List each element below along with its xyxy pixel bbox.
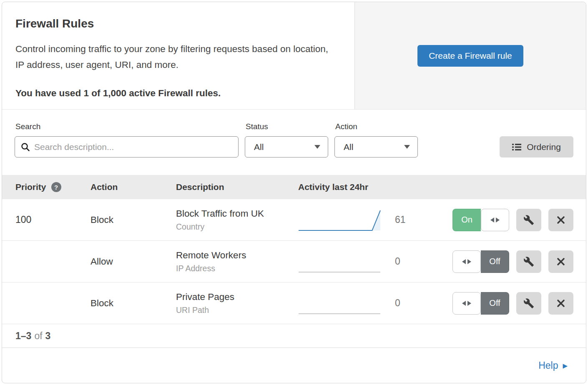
ordering-button-label: Ordering (527, 142, 561, 152)
edit-rule-button[interactable] (516, 292, 541, 315)
search-icon (21, 142, 30, 152)
status-select[interactable]: All (245, 136, 328, 158)
pagination-of: of (34, 330, 42, 342)
toggle-handle-icon (452, 292, 481, 315)
action-select[interactable]: All (334, 136, 418, 158)
header-action-panel: Create a Firewall rule (354, 2, 586, 109)
action-filter-group: Action All (334, 122, 418, 158)
firewall-rules-card: Firewall Rules Control incoming traffic … (2, 2, 586, 383)
rule-description-cell: Block Traffic from UK Country (176, 208, 298, 232)
rule-match-type: Country (176, 222, 298, 232)
header-text-panel: Firewall Rules Control incoming traffic … (2, 2, 354, 109)
help-link[interactable]: Help ▶ (538, 360, 568, 371)
rule-controls-cell: On (436, 209, 573, 231)
wrench-icon (523, 298, 534, 309)
toggle-off-label: Off (481, 250, 509, 273)
activity-count: 0 (395, 298, 407, 309)
search-label: Search (15, 122, 238, 131)
status-select-value: All (254, 142, 264, 152)
ordering-list-icon (512, 143, 521, 151)
help-link-label: Help (538, 360, 558, 371)
table-header: Priority ? Action Description Activity l… (2, 175, 586, 199)
arrow-right-icon: ▶ (563, 362, 568, 369)
rule-enabled-toggle[interactable]: Off (452, 250, 509, 273)
table-row: Block Private Pages URI Path 0 Off (2, 282, 586, 324)
rule-action: Allow (90, 256, 176, 267)
column-header-activity: Activity last 24hr (298, 182, 436, 192)
rule-activity-cell: 0 (298, 291, 436, 315)
activity-count: 61 (395, 214, 407, 225)
column-header-description: Description (176, 182, 298, 192)
table-row: Allow Remote Workers IP Address 0 Off (2, 241, 586, 282)
search-input[interactable] (34, 142, 232, 152)
delete-rule-button[interactable] (548, 250, 573, 273)
toggle-handle-icon (452, 250, 481, 273)
rule-action: Block (90, 298, 176, 309)
action-label: Action (335, 122, 417, 131)
rule-match-type: IP Address (176, 264, 298, 273)
rule-match-type: URI Path (176, 305, 298, 315)
rule-description-cell: Remote Workers IP Address (176, 250, 298, 273)
wrench-icon (523, 215, 534, 225)
priority-header-label: Priority (15, 182, 46, 192)
delete-rule-button[interactable] (548, 292, 573, 315)
delete-rule-button[interactable] (548, 209, 573, 231)
pagination-range: 1–3 (15, 330, 31, 342)
activity-sparkline (298, 291, 382, 315)
help-bar: Help ▶ (2, 348, 586, 383)
activity-count: 0 (395, 256, 407, 267)
rule-enabled-toggle[interactable]: Off (452, 292, 509, 315)
pagination-bar: 1–3 of 3 (2, 324, 586, 348)
toggle-on-label: On (452, 209, 481, 231)
filters-bar: Search Status All Action All (2, 110, 586, 175)
close-icon (556, 257, 565, 266)
toggle-handle-icon (481, 209, 509, 231)
column-header-priority: Priority ? (15, 182, 90, 192)
rule-description[interactable]: Remote Workers (176, 250, 298, 261)
rule-priority: 100 (15, 214, 90, 225)
status-label: Status (246, 122, 327, 131)
edit-rule-button[interactable] (516, 209, 541, 231)
activity-sparkline (298, 250, 382, 274)
ordering-button[interactable]: Ordering (500, 136, 573, 158)
rule-controls-cell: Off (436, 250, 573, 273)
close-icon (556, 215, 565, 225)
search-filter-group: Search (15, 122, 239, 158)
rule-activity-cell: 0 (298, 250, 436, 274)
edit-rule-button[interactable] (516, 250, 541, 273)
table-row: 100 Block Block Traffic from UK Country … (2, 199, 586, 241)
rule-description[interactable]: Private Pages (176, 292, 298, 302)
usage-note: You have used 1 of 1,000 active Firewall… (15, 88, 341, 99)
action-select-value: All (344, 142, 353, 152)
toggle-off-label: Off (481, 292, 509, 315)
rule-description-cell: Private Pages URI Path (176, 292, 298, 315)
status-filter-group: Status All (245, 122, 328, 158)
rule-enabled-toggle[interactable]: On (452, 209, 509, 231)
page-title: Firewall Rules (15, 17, 341, 30)
header-section: Firewall Rules Control incoming traffic … (2, 2, 586, 110)
pagination-total: 3 (45, 330, 51, 342)
close-icon (556, 299, 565, 308)
column-header-action: Action (90, 182, 176, 192)
create-firewall-rule-button[interactable]: Create a Firewall rule (417, 45, 523, 67)
chevron-down-icon (314, 145, 320, 149)
page-description: Control incoming traffic to your zone by… (15, 41, 339, 73)
search-input-wrapper (15, 136, 239, 158)
rule-controls-cell: Off (436, 292, 573, 315)
rule-action: Block (90, 215, 176, 225)
chevron-down-icon (404, 145, 410, 149)
rule-activity-cell: 61 (298, 208, 436, 232)
priority-help-icon[interactable]: ? (51, 182, 61, 192)
wrench-icon (523, 256, 534, 267)
activity-sparkline (298, 208, 382, 232)
rule-description[interactable]: Block Traffic from UK (176, 208, 298, 219)
